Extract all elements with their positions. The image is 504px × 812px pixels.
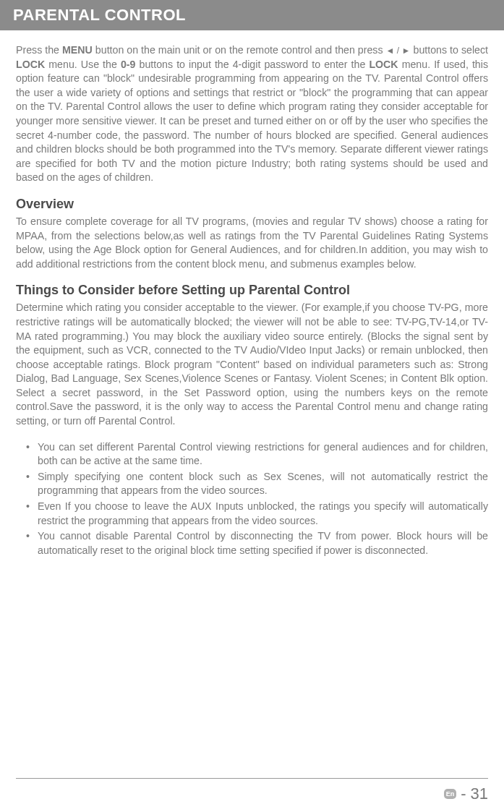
page-header: PARENTAL CONTROL [0,0,504,30]
menu-bold: MENU [62,44,93,56]
list-item: You cannot disable Parental Control by d… [25,529,488,557]
digits-bold: 0-9 [121,59,136,70]
overview-heading: Overview [16,197,488,212]
intro-text: buttons to input the 4-digit password to… [135,59,369,70]
footer-dash: - [461,785,466,803]
lock-bold-2: LOCK [369,59,398,70]
intro-text: menu. Use the [45,59,121,70]
page-footer: En - 31 [444,785,488,803]
lock-bold: LOCK [16,59,45,70]
list-item: You can set different Parental Control v… [25,440,488,469]
consider-paragraph: Determine which rating you consider acce… [16,301,488,428]
intro-text: Press the [16,44,62,56]
intro-text: button on the main unit or on the remote… [93,44,386,56]
arrow-icons: ◄ / ► [386,46,411,56]
list-item: Even If you choose to leave the AUX Inpu… [25,500,488,528]
page-content: Press the MENU button on the main unit o… [0,30,504,557]
bullet-list: You can set different Parental Control v… [16,440,488,558]
language-badge: En [444,789,457,799]
footer-divider [16,778,488,779]
list-item: Simply specifying one content block such… [25,470,488,498]
intro-paragraph: Press the MENU button on the main unit o… [16,43,488,185]
intro-text: buttons to select [411,44,489,56]
consider-heading: Things to Consider before Setting up Par… [16,283,488,298]
page-number: 31 [471,785,488,803]
overview-paragraph: To ensure complete coverage for all TV p… [16,215,488,271]
intro-text: menu. If used, this option feature can "… [16,59,488,184]
